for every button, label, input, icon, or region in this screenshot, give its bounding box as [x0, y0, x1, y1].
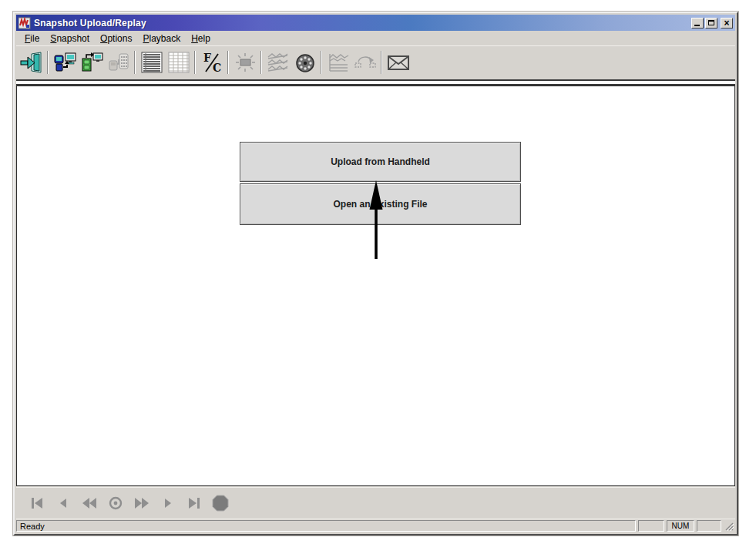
playback-skip-start-button[interactable]	[27, 493, 47, 513]
toolbar-upload-device-button[interactable]	[78, 49, 105, 76]
record-icon	[106, 494, 125, 512]
app-window: Snapshot Upload/Replay × File Snapshot O…	[13, 12, 738, 536]
playback-fast-forward-button[interactable]	[132, 493, 152, 513]
toolbar-display-button[interactable]	[231, 49, 258, 76]
close-icon: ×	[724, 19, 729, 27]
toolbar-replay-button[interactable]	[351, 49, 378, 76]
page-background: Snapshot Upload/Replay × File Snapshot O…	[0, 0, 756, 544]
toolbar-client-divider	[16, 79, 735, 86]
app-icon	[18, 17, 31, 29]
playback-record-button[interactable]	[106, 493, 126, 513]
playback-rewind-button[interactable]	[79, 493, 99, 513]
device-list-icon	[107, 52, 130, 73]
graph-report-icon	[327, 52, 350, 73]
toolbar-mail-button[interactable]	[385, 49, 412, 76]
titlebar[interactable]: Snapshot Upload/Replay ×	[16, 15, 735, 31]
play-icon	[159, 494, 177, 512]
playback-play-button[interactable]	[158, 493, 178, 513]
menu-help[interactable]: Help	[186, 32, 216, 45]
multi-graph-icon	[267, 52, 290, 73]
status-panel-1	[638, 520, 664, 532]
menubar: File Snapshot Options Playback Help	[16, 32, 735, 46]
playback-step-back-button[interactable]	[53, 493, 73, 513]
fahrenheit-celsius-icon: F C	[200, 52, 223, 73]
toolbar-separator	[321, 51, 322, 74]
menu-snapshot[interactable]: Snapshot	[45, 32, 95, 45]
client-area: Upload from Handheld Open an Existing Fi…	[16, 86, 735, 486]
toolbar-graphs-button[interactable]	[264, 49, 291, 76]
minimize-button[interactable]	[691, 18, 704, 29]
menu-playback[interactable]: Playback	[137, 32, 186, 45]
menu-options[interactable]: Options	[95, 32, 137, 45]
toolbar: F C	[16, 46, 735, 79]
window-title: Snapshot Upload/Replay	[34, 18, 691, 29]
statusbar: Ready NUM	[16, 519, 735, 532]
resize-grip[interactable]	[724, 520, 734, 532]
report-list-icon	[140, 52, 163, 73]
annotation-arrow-icon	[364, 177, 388, 264]
fahrenheit-label: F	[203, 52, 211, 64]
data-grid-icon	[167, 52, 190, 73]
status-panel-2	[697, 520, 721, 532]
menu-file[interactable]: File	[19, 32, 45, 45]
celsius-label: C	[213, 62, 221, 73]
toolbar-grid-button[interactable]	[165, 49, 192, 76]
skip-to-start-icon	[28, 494, 46, 512]
toolbar-separator	[227, 51, 229, 74]
toolbar-device-list-button[interactable]	[105, 49, 132, 76]
toolbar-dial-button[interactable]	[291, 49, 318, 76]
rewind-icon	[80, 494, 99, 512]
status-message: Ready	[16, 520, 636, 532]
toolbar-separator	[194, 51, 196, 74]
toolbar-graph-report-button[interactable]	[324, 49, 351, 76]
playback-skip-end-button[interactable]	[184, 493, 204, 513]
close-button[interactable]: ×	[721, 18, 733, 29]
upload-from-handheld-button[interactable]: Upload from Handheld	[240, 142, 521, 182]
device-upload-icon	[80, 52, 103, 73]
toolbar-separator	[381, 51, 382, 74]
handheld-upload-icon	[53, 52, 76, 73]
toolbar-separator	[260, 51, 262, 74]
menu-help-key: H	[191, 33, 198, 44]
menu-snapshot-rest: napshot	[56, 33, 89, 44]
replay-cycle-icon	[354, 52, 377, 73]
toolbar-units-button[interactable]: F C	[198, 49, 225, 76]
toolbar-upload-handheld-button[interactable]	[51, 49, 78, 76]
step-back-icon	[54, 494, 72, 512]
toolbar-report-button[interactable]	[138, 49, 165, 76]
playback-stop-button[interactable]	[210, 493, 230, 513]
minimize-icon	[694, 25, 700, 26]
maximize-button[interactable]	[705, 18, 717, 29]
menu-options-rest: ptions	[107, 33, 132, 44]
menu-file-rest: ile	[30, 33, 39, 44]
skip-to-end-icon	[185, 494, 203, 512]
menu-playback-rest: layback	[149, 33, 180, 44]
fast-forward-icon	[133, 494, 151, 512]
window-controls: ×	[691, 18, 733, 29]
mail-envelope-icon	[387, 52, 410, 73]
exit-door-icon	[20, 52, 43, 73]
stop-icon	[210, 493, 230, 513]
display-flash-icon	[234, 52, 257, 73]
menu-help-rest: elp	[198, 33, 210, 44]
toolbar-separator	[134, 51, 136, 74]
toolbar-exit-button[interactable]	[18, 49, 45, 76]
maximize-icon	[708, 20, 714, 25]
playback-toolbar	[16, 487, 735, 518]
toolbar-separator	[47, 51, 49, 74]
dial-gauge-icon	[294, 52, 317, 73]
num-lock-indicator: NUM	[667, 520, 694, 532]
